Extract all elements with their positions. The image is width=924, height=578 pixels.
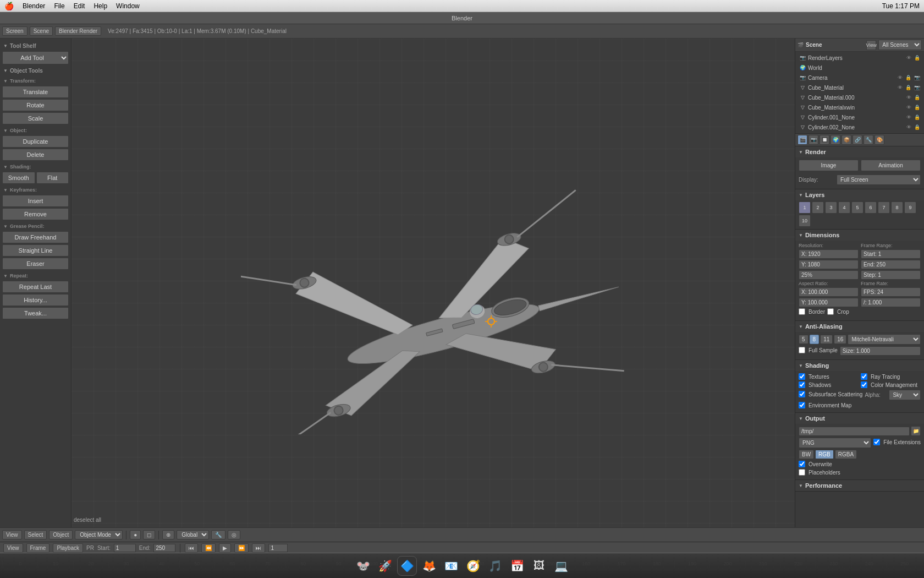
lock-btn-cube[interactable]: 🔒 (905, 85, 912, 90)
textures-row[interactable]: Textures (799, 373, 859, 380)
tree-item-camera[interactable]: 📷 Camera 👁 🔒 📷 (796, 73, 923, 83)
crop-checkbox[interactable] (827, 308, 834, 315)
animation-render-btn[interactable]: Animation (861, 160, 921, 171)
file-ext-row[interactable]: File Extensions (873, 439, 921, 445)
lock-btn-xwin[interactable]: 🔒 (914, 105, 921, 110)
rgb-btn[interactable]: RGB (815, 450, 834, 459)
render-engine-btn[interactable]: Blender Render (55, 26, 101, 36)
alpha-select[interactable]: Sky (889, 390, 921, 400)
dock-launchpad[interactable]: 🚀 (375, 556, 395, 576)
start-input[interactable] (114, 544, 136, 552)
size-field[interactable] (840, 346, 921, 356)
ray-tracing-checkbox[interactable] (861, 373, 867, 380)
image-render-btn[interactable]: Image (799, 160, 859, 171)
env-map-checkbox[interactable] (799, 402, 805, 408)
vis-btn-renderlayers[interactable]: 👁 (906, 55, 912, 61)
dock-calendar[interactable]: 📅 (507, 556, 527, 576)
frame-input[interactable] (268, 544, 288, 552)
layer-2[interactable]: 2 (812, 201, 824, 214)
shadows-row[interactable]: Shadows (799, 381, 859, 388)
tree-item-cylinder001[interactable]: ▽ Cylinder.001_None 👁 🔒 (796, 112, 923, 122)
placeholders-checkbox[interactable] (799, 469, 805, 476)
layer-1[interactable]: 1 (799, 201, 811, 214)
aa-5-btn[interactable]: 5 (799, 335, 809, 344)
repeat-last-btn[interactable]: Repeat Last (2, 281, 69, 293)
crop-check-row[interactable]: Crop (827, 308, 849, 315)
solid-shade-btn[interactable]: ● (130, 530, 141, 539)
tree-item-cylinder002[interactable]: ▽ Cylinder.002_None 👁 🔒 (796, 122, 923, 132)
file-menu[interactable]: File (54, 2, 64, 10)
dock-finder[interactable]: 🐭 (353, 556, 373, 576)
vis-btn-xwin[interactable]: 👁 (906, 105, 912, 110)
layer-9[interactable]: 9 (904, 201, 916, 214)
step-forward-btn[interactable]: ⏩ (234, 543, 249, 553)
scenes-select[interactable]: All Scenes (878, 40, 922, 50)
remove-btn[interactable]: Remove (2, 208, 69, 220)
tree-item-cube-materialxwin[interactable]: ▽ Cube_Materialxwin 👁 🔒 (796, 102, 923, 112)
fps-base-field[interactable] (861, 298, 921, 307)
textures-checkbox[interactable] (799, 373, 805, 380)
dock-terminal[interactable]: 💻 (551, 556, 571, 576)
dock-firefox[interactable]: 🦊 (419, 556, 439, 576)
layers-section-header[interactable]: Layers (795, 189, 924, 200)
view-btn[interactable]: View (866, 40, 876, 50)
x-res-field[interactable] (799, 249, 859, 259)
percent-field[interactable] (799, 270, 859, 280)
rgba-btn[interactable]: RGBA (835, 450, 857, 459)
border-check-row[interactable]: Border (799, 308, 825, 315)
layer-6[interactable]: 6 (865, 201, 877, 214)
step-field[interactable] (861, 270, 921, 280)
color-management-checkbox[interactable] (861, 381, 867, 388)
scene-btn[interactable]: Scene (30, 26, 53, 36)
delete-btn[interactable]: Delete (2, 149, 69, 161)
dock-mail[interactable]: 📧 (441, 556, 461, 576)
scale-btn[interactable]: Scale (2, 112, 69, 124)
bw-btn[interactable]: BW (799, 450, 814, 459)
timeline-playback-btn[interactable]: Playback (53, 543, 83, 553)
layer-7[interactable]: 7 (878, 201, 890, 214)
constraint-props-btn[interactable]: 🔗 (853, 135, 862, 145)
snap-btn[interactable]: 🔧 (211, 530, 226, 539)
insert-btn[interactable]: Insert (2, 195, 69, 207)
sss-row[interactable]: Subsurface Scattering (799, 391, 862, 397)
viewport[interactable]: deselect all (72, 39, 795, 527)
rotate-btn[interactable]: Rotate (2, 99, 69, 111)
vis-btn-cyl001[interactable]: 👁 (906, 114, 912, 120)
object-props-btn[interactable]: 📦 (842, 135, 851, 145)
material-props-btn[interactable]: 🎨 (875, 135, 884, 145)
x-aspect-field[interactable] (799, 287, 859, 297)
border-checkbox[interactable] (799, 308, 805, 315)
scene-props-btn[interactable]: 🎬 (798, 135, 807, 145)
timeline-frame-btn[interactable]: Frame (26, 543, 50, 553)
y-aspect-field[interactable] (799, 298, 859, 307)
lock-btn-cyl001[interactable]: 🔒 (914, 114, 921, 120)
tree-item-renderlayers[interactable]: 📷 RenderLayers 👁 🔒 (796, 53, 923, 63)
shading-section-header[interactable]: Shading (795, 360, 924, 371)
fps-field[interactable] (861, 287, 921, 297)
layer-5[interactable]: 5 (851, 201, 864, 214)
transform-select[interactable]: Global (177, 530, 209, 539)
play-btn[interactable]: ▶ (219, 543, 231, 553)
window-menu[interactable]: Window (116, 2, 140, 10)
start-field[interactable] (861, 249, 921, 259)
dock-blender[interactable]: 🔷 (397, 556, 417, 576)
sss-checkbox[interactable] (799, 391, 805, 397)
onion-btn[interactable]: ◎ (228, 530, 240, 539)
render-btn-cube[interactable]: 📷 (914, 85, 921, 90)
dock-itunes[interactable]: 🎵 (485, 556, 505, 576)
mode-select[interactable]: Object Mode (75, 530, 123, 539)
dimensions-section-header[interactable]: Dimensions (795, 230, 924, 241)
tree-item-cube-material-000[interactable]: ▽ Cube_Material.000 👁 🔒 (796, 92, 923, 102)
smooth-btn[interactable]: Smooth (2, 172, 35, 184)
duplicate-btn[interactable]: Duplicate (2, 135, 69, 148)
tweak-btn[interactable]: Tweak... (2, 307, 69, 319)
env-map-row[interactable]: Environment Map (799, 402, 921, 408)
straight-line-btn[interactable]: Straight Line (2, 244, 69, 257)
aa-8-btn[interactable]: 8 (810, 335, 820, 344)
render-props-btn[interactable]: 📷 (809, 135, 818, 145)
vis-btn-cube[interactable]: 👁 (897, 85, 903, 90)
render-section-header[interactable]: Render (795, 146, 924, 157)
output-section-header[interactable]: Output (795, 413, 924, 424)
lock-btn-camera[interactable]: 🔒 (905, 75, 912, 80)
lock-btn-renderlayers[interactable]: 🔒 (914, 55, 921, 61)
